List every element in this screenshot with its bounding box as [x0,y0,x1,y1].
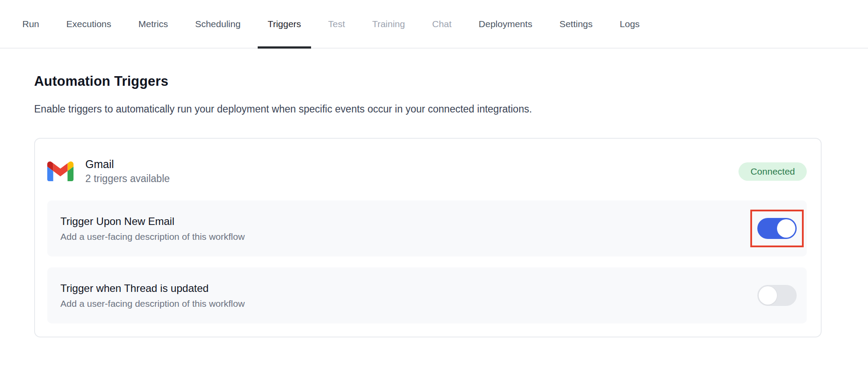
page-title: Automation Triggers [34,74,868,89]
trigger-description: Add a user-facing description of this wo… [60,232,245,241]
tab-metrics[interactable]: Metrics [128,0,178,48]
highlight-box [750,210,804,247]
tab-bar: Run Executions Metrics Scheduling Trigge… [0,0,868,49]
gmail-integration-card: Gmail 2 triggers available Connected Tri… [34,138,822,337]
integration-name: Gmail [85,159,170,170]
tab-executions[interactable]: Executions [56,0,122,48]
tab-run[interactable]: Run [12,0,49,48]
trigger-text: Trigger when Thread is updated Add a use… [60,283,245,308]
page-description: Enable triggers to automatically run you… [34,103,868,115]
tab-scheduling[interactable]: Scheduling [185,0,251,48]
tab-settings[interactable]: Settings [550,0,603,48]
trigger-title: Trigger when Thread is updated [60,283,245,294]
tab-training[interactable]: Training [362,0,415,48]
gmail-icon [47,161,74,181]
trigger-controls [757,285,797,306]
triggers-page: Automation Triggers Enable triggers to a… [0,49,868,337]
toggle-knob [777,219,795,238]
tab-chat[interactable]: Chat [422,0,462,48]
integration-trigger-count: 2 triggers available [85,174,170,184]
trigger-text: Trigger Upon New Email Add a user-facing… [60,216,245,241]
toggle-knob [759,286,777,305]
trigger-description: Add a user-facing description of this wo… [60,299,245,308]
integration-header: Gmail 2 triggers available Connected [47,159,807,184]
toggle-trigger-thread-updated[interactable] [757,285,797,306]
integration-info: Gmail 2 triggers available [85,159,170,184]
tab-test[interactable]: Test [318,0,355,48]
status-badge: Connected [738,162,807,181]
tab-logs[interactable]: Logs [610,0,650,48]
trigger-row-thread-updated: Trigger when Thread is updated Add a use… [47,267,807,323]
toggle-trigger-upon-new-email[interactable] [757,218,797,239]
trigger-row-new-email: Trigger Upon New Email Add a user-facing… [47,200,807,256]
tab-triggers[interactable]: Triggers [258,0,311,48]
tab-deployments[interactable]: Deployments [469,0,542,48]
trigger-title: Trigger Upon New Email [60,216,245,227]
trigger-controls [750,210,797,247]
